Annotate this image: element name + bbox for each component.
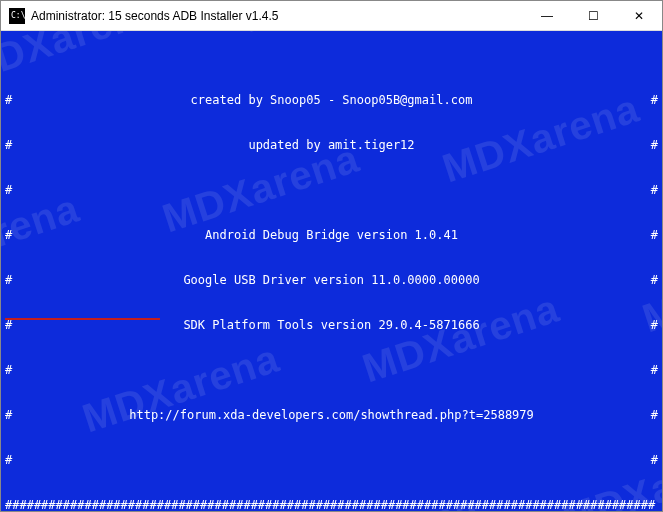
hash-char: #: [651, 183, 658, 198]
header-text: SDK Platform Tools version 29.0.4-587166…: [12, 318, 651, 333]
red-underline-icon: [5, 318, 160, 320]
svg-text:C:\: C:\: [11, 11, 25, 20]
hash-char: #: [651, 408, 658, 423]
header-line: # #: [5, 453, 658, 468]
hash-char: #: [651, 318, 658, 333]
hash-separator: ########################################…: [5, 498, 658, 511]
hash-char: #: [5, 138, 12, 153]
window-title: Administrator: 15 seconds ADB Installer …: [31, 9, 524, 23]
cmd-icon: C:\: [9, 8, 25, 24]
header-text: Google USB Driver version 11.0.0000.0000…: [12, 273, 651, 288]
header-line: # #: [5, 183, 658, 198]
terminal[interactable]: MDXarena MDXarena MDXarena MDXarena MDXa…: [1, 31, 662, 511]
hash-char: #: [651, 363, 658, 378]
header-text: Android Debug Bridge version 1.0.41: [12, 228, 651, 243]
hash-char: #: [5, 363, 12, 378]
header-line: # Google USB Driver version 11.0.0000.00…: [5, 273, 658, 288]
window: C:\ Administrator: 15 seconds ADB Instal…: [0, 0, 663, 512]
header-line: # Android Debug Bridge version 1.0.41 #: [5, 228, 658, 243]
watermark-text: MDXarena: [1, 31, 160, 77]
hash-char: #: [651, 93, 658, 108]
hash-char: #: [651, 273, 658, 288]
header-text: updated by amit.tiger12: [12, 138, 651, 153]
header-text: created by Snoop05 - Snoop05B@gmail.com: [12, 93, 651, 108]
header-line: # SDK Platform Tools version 29.0.4-5871…: [5, 318, 658, 333]
hash-char: #: [5, 183, 12, 198]
watermark-text: MDXarena: [641, 250, 662, 327]
header-line: # http://forum.xda-developers.com/showth…: [5, 408, 658, 423]
hash-char: #: [651, 228, 658, 243]
hash-char: #: [5, 408, 12, 423]
close-button[interactable]: ✕: [616, 1, 662, 30]
header-line: # #: [5, 363, 658, 378]
titlebar: C:\ Administrator: 15 seconds ADB Instal…: [1, 1, 662, 31]
header-text: http://forum.xda-developers.com/showthre…: [12, 408, 651, 423]
header-line: # created by Snoop05 - Snoop05B@gmail.co…: [5, 93, 658, 108]
hash-char: #: [651, 453, 658, 468]
window-controls: — ☐ ✕: [524, 1, 662, 30]
hash-char: #: [5, 228, 12, 243]
maximize-button[interactable]: ☐: [570, 1, 616, 30]
minimize-button[interactable]: —: [524, 1, 570, 30]
hash-char: #: [5, 453, 12, 468]
hash-char: #: [5, 273, 12, 288]
hash-char: #: [651, 138, 658, 153]
hash-char: #: [5, 318, 12, 333]
hash-char: #: [5, 93, 12, 108]
header-line: # updated by amit.tiger12 #: [5, 138, 658, 153]
